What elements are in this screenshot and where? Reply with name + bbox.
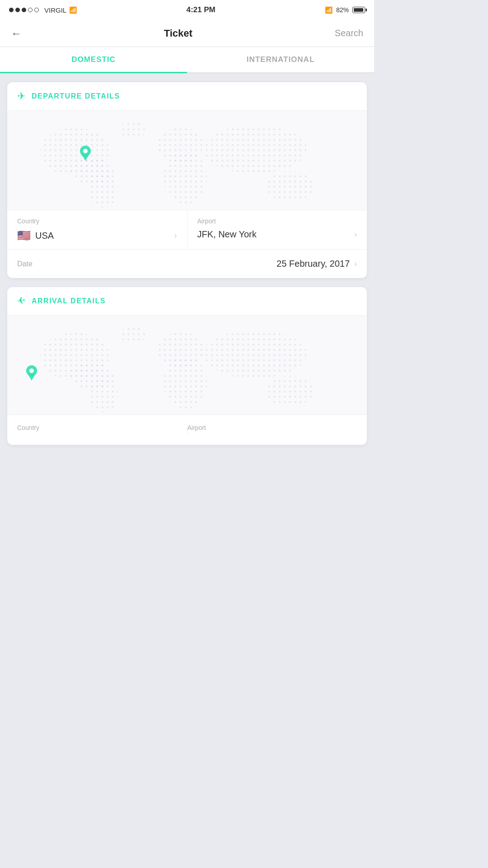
arrival-airport-cell: Airport (188, 424, 357, 436)
nav-bar: ← Ticket Search (0, 20, 374, 47)
arrival-map (7, 316, 367, 415)
search-button[interactable]: Search (335, 28, 363, 38)
svg-point-7 (266, 171, 314, 202)
battery-fill (354, 8, 363, 12)
departure-plane-icon: ✈ (17, 90, 25, 102)
tab-domestic[interactable]: DOMESTIC (0, 47, 187, 72)
svg-point-11 (83, 149, 88, 153)
battery-rect (352, 7, 365, 13)
departure-country-name: USA (35, 231, 54, 241)
signal-dot-4 (28, 8, 33, 12)
svg-point-8 (120, 121, 146, 138)
departure-airport-name: JFK, New York (197, 229, 257, 240)
tab-international[interactable]: INTERNATIONAL (187, 47, 374, 72)
battery-icon (352, 7, 365, 13)
departure-date-label: Date (17, 260, 33, 268)
departure-airport-value: JFK, New York › (197, 229, 357, 240)
departure-country-label: Country (17, 217, 177, 225)
tab-indicator (0, 72, 187, 73)
departure-date-value: 25 February, 2017 › (277, 259, 357, 269)
departure-date-text: 25 February, 2017 (277, 259, 350, 269)
tabs: DOMESTIC INTERNATIONAL (0, 47, 374, 73)
arrival-map-pin (25, 365, 38, 381)
status-left: VIRGIL 📶 (9, 6, 77, 14)
arrival-plane-icon: ✈ (16, 295, 26, 308)
departure-airport-cell[interactable]: Airport JFK, New York › (188, 210, 367, 249)
battery-percentage: 82% (336, 6, 349, 14)
svg-marker-10 (82, 155, 89, 161)
svg-point-19 (266, 376, 314, 406)
departure-date-chevron: › (354, 259, 357, 269)
arrival-country-label: Country (17, 424, 187, 431)
arrival-airport-label: Airport (188, 424, 357, 431)
departure-header: ✈ DEPARTURE DETAILS (7, 82, 367, 111)
signal-dot-2 (15, 8, 20, 12)
departure-date-row[interactable]: Date 25 February, 2017 › (7, 250, 367, 278)
status-right: 📶 82% (325, 6, 365, 14)
arrival-country-cell: Country (17, 424, 188, 436)
arrival-country-airport-row: Country Airport (7, 415, 367, 445)
status-time: 4:21 PM (186, 5, 215, 14)
departure-country-cell[interactable]: Country 🇺🇸 USA › (7, 210, 188, 249)
departure-airport-chevron: › (354, 230, 357, 239)
departure-country-inner: 🇺🇸 USA (17, 229, 54, 242)
signal-dot-1 (9, 8, 14, 12)
arrival-card: ✈ ARRIVAL DETAILS (7, 287, 367, 445)
status-bar: VIRGIL 📶 4:21 PM 📶 82% (0, 0, 374, 20)
departure-country-value: 🇺🇸 USA › (17, 229, 177, 242)
carrier-name: VIRGIL (44, 6, 66, 14)
wifi-icon: 📶 (69, 6, 77, 14)
usa-flag-icon: 🇺🇸 (17, 229, 31, 242)
departure-airport-label: Airport (197, 217, 357, 225)
departure-map-pin (79, 146, 92, 158)
svg-point-3 (88, 169, 118, 208)
bluetooth-icon: 📶 (325, 6, 333, 14)
signal-dot-5 (34, 8, 39, 12)
departure-country-chevron: › (174, 231, 177, 241)
svg-marker-22 (28, 374, 35, 381)
svg-point-5 (164, 151, 207, 203)
signal-dots (9, 8, 39, 12)
arrival-header: ✈ ARRIVAL DETAILS (7, 287, 367, 316)
signal-dot-3 (22, 8, 26, 12)
departure-card: ✈ DEPARTURE DETAILS (7, 82, 367, 278)
svg-point-23 (29, 368, 34, 373)
svg-point-6 (203, 126, 307, 174)
back-button[interactable]: ← (11, 27, 22, 40)
svg-point-20 (120, 326, 146, 343)
departure-title: DEPARTURE DETAILS (32, 92, 120, 100)
departure-country-airport-row: Country 🇺🇸 USA › Airport JFK, New York › (7, 210, 367, 250)
svg-point-17 (164, 356, 207, 408)
page-title: Ticket (164, 28, 192, 39)
main-content: ✈ DEPARTURE DETAILS (0, 73, 374, 454)
svg-point-15 (88, 374, 118, 413)
svg-point-18 (203, 330, 307, 378)
arrival-title: ARRIVAL DETAILS (32, 297, 106, 305)
departure-map (7, 111, 367, 210)
